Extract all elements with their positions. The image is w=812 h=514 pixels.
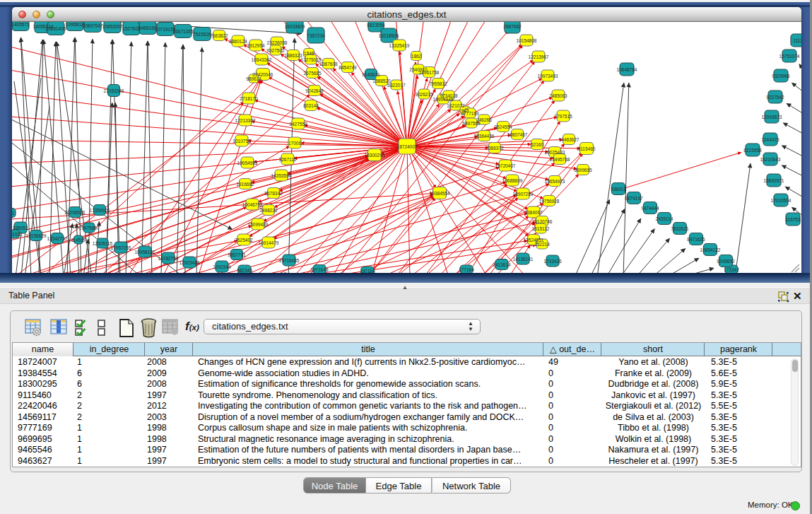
svg-text:62160: 62160 <box>531 142 543 147</box>
svg-text:7955812: 7955812 <box>429 81 447 86</box>
svg-text:17006: 17006 <box>288 141 301 146</box>
svg-text:20206536: 20206536 <box>65 210 86 215</box>
svg-text:17957255: 17957255 <box>111 245 131 250</box>
svg-text:7632621: 7632621 <box>671 226 689 231</box>
svg-text:13325419: 13325419 <box>389 43 410 48</box>
svg-text:20897547: 20897547 <box>83 23 103 28</box>
svg-text:8813054: 8813054 <box>367 23 385 28</box>
svg-text:19384554: 19384554 <box>430 191 450 196</box>
svg-text:114519: 114519 <box>71 238 86 243</box>
svg-text:938913: 938913 <box>611 187 626 192</box>
svg-text:19716485: 19716485 <box>279 258 300 263</box>
svg-text:12213302: 12213302 <box>235 118 256 123</box>
svg-text:14961758: 14961758 <box>419 70 440 75</box>
svg-text:9115460: 9115460 <box>578 146 596 151</box>
svg-text:16120746: 16120746 <box>532 219 553 224</box>
svg-text:7663822: 7663822 <box>210 33 228 38</box>
svg-text:9329966: 9329966 <box>772 74 790 78</box>
svg-text:1971648: 1971648 <box>310 267 329 272</box>
svg-text:19654985: 19654985 <box>237 160 258 165</box>
svg-text:7625402: 7625402 <box>235 238 253 243</box>
svg-text:3267110: 3267110 <box>279 157 297 162</box>
svg-text:8215958: 8215958 <box>743 148 762 153</box>
svg-text:1413614: 1413614 <box>493 262 511 267</box>
svg-text:12923448: 12923448 <box>180 260 200 265</box>
svg-text:18724007: 18724007 <box>397 144 418 149</box>
svg-text:20691406: 20691406 <box>46 26 66 31</box>
svg-text:8454749: 8454749 <box>339 65 357 70</box>
svg-text:6322017: 6322017 <box>387 83 406 88</box>
svg-text:8471626: 8471626 <box>687 237 705 242</box>
svg-text:15751074: 15751074 <box>779 54 800 59</box>
svg-text:252214: 252214 <box>534 242 550 247</box>
svg-text:1527602: 1527602 <box>122 26 141 31</box>
svg-text:12093873: 12093873 <box>762 115 782 119</box>
svg-text:9384067: 9384067 <box>524 210 543 215</box>
svg-text:16671355: 16671355 <box>173 29 194 34</box>
svg-text:15720407: 15720407 <box>495 163 516 168</box>
svg-text:173342: 173342 <box>724 267 739 272</box>
svg-text:16914479: 16914479 <box>259 240 279 245</box>
svg-text:15099489: 15099489 <box>248 222 269 227</box>
svg-text:13275015: 13275015 <box>301 57 322 62</box>
svg-text:12505115: 12505115 <box>93 241 113 246</box>
svg-text:1615112: 1615112 <box>532 226 550 231</box>
svg-text:835051: 835051 <box>13 226 28 230</box>
svg-text:14136141: 14136141 <box>513 257 534 262</box>
svg-text:9474444: 9474444 <box>641 206 659 211</box>
svg-text:7386372: 7386372 <box>486 146 504 151</box>
svg-text:391511: 391511 <box>12 232 23 237</box>
svg-text:10025433: 10025433 <box>545 150 565 155</box>
svg-text:8860124: 8860124 <box>229 39 247 44</box>
svg-text:12156829: 12156829 <box>26 233 47 238</box>
svg-text:1095812: 1095812 <box>66 22 84 27</box>
svg-text:989614: 989614 <box>246 76 261 81</box>
svg-text:10154808: 10154808 <box>517 38 537 43</box>
svg-text:6879197: 6879197 <box>625 196 643 201</box>
svg-text:10688609: 10688609 <box>502 178 523 183</box>
svg-text:1546: 1546 <box>304 51 314 56</box>
svg-text:197164: 197164 <box>360 269 375 274</box>
svg-text:21053346: 21053346 <box>104 88 124 93</box>
svg-text:10958127: 10958127 <box>135 250 155 255</box>
svg-text:1916682: 1916682 <box>236 182 254 187</box>
svg-text:2718170: 2718170 <box>240 96 258 101</box>
svg-text:7515526: 7515526 <box>193 32 211 37</box>
svg-text:9242848: 9242848 <box>305 88 324 93</box>
svg-text:9146821: 9146821 <box>362 72 380 77</box>
svg-text:1244415: 1244415 <box>761 137 779 142</box>
svg-text:116753: 116753 <box>785 217 801 222</box>
svg-text:17010504: 17010504 <box>771 198 792 203</box>
svg-text:3498222: 3498222 <box>259 208 278 213</box>
svg-text:9427552: 9427552 <box>289 122 307 127</box>
svg-text:7485063: 7485063 <box>549 93 567 98</box>
svg-text:1862: 1862 <box>411 54 422 59</box>
svg-text:9245652: 9245652 <box>717 259 735 264</box>
svg-text:9857791: 9857791 <box>228 252 246 257</box>
svg-text:17359926: 17359926 <box>90 208 110 213</box>
svg-text:19218506: 19218506 <box>379 33 399 38</box>
svg-text:16782759: 16782759 <box>158 256 179 261</box>
svg-text:18300295: 18300295 <box>365 153 385 158</box>
svg-text:9227542: 9227542 <box>766 95 784 100</box>
svg-text:3675685: 3675685 <box>303 71 322 76</box>
svg-text:2367608: 2367608 <box>319 62 338 66</box>
svg-text:10046798: 10046798 <box>242 202 263 207</box>
svg-text:19756928: 19756928 <box>539 199 560 204</box>
svg-text:10654122: 10654122 <box>700 247 721 252</box>
svg-text:19654923: 19654923 <box>545 179 565 184</box>
svg-text:1010755: 1010755 <box>233 139 251 144</box>
svg-text:1405571: 1405571 <box>12 22 30 27</box>
svg-text:10853267: 10853267 <box>102 24 123 29</box>
svg-text:19975857: 19975857 <box>79 226 100 230</box>
svg-text:9777169: 9777169 <box>461 111 479 116</box>
svg-text:1112: 1112 <box>793 38 801 43</box>
svg-text:16210643: 16210643 <box>760 157 781 162</box>
svg-text:16543362: 16543362 <box>252 57 272 62</box>
svg-text:1733426: 1733426 <box>543 259 562 264</box>
svg-text:7357234: 7357234 <box>307 33 325 38</box>
svg-text:8678342: 8678342 <box>264 191 283 196</box>
svg-text:1886323: 1886323 <box>284 53 302 58</box>
svg-text:803144: 803144 <box>303 103 319 108</box>
svg-text:10807487: 10807487 <box>507 132 528 137</box>
